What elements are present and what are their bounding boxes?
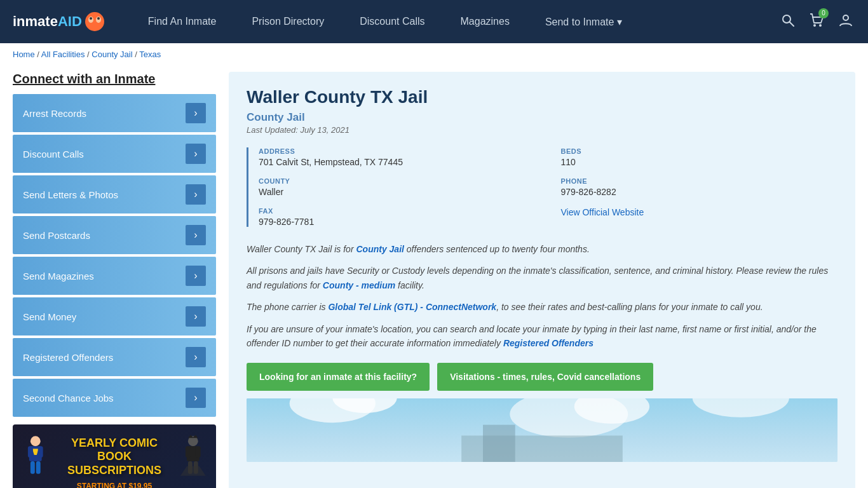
address-block: ADDRESS 701 Calvit St, Hempstead, TX 774… xyxy=(259,147,536,167)
phone-value: 979-826-8282 xyxy=(561,187,838,197)
breadcrumb: Home / All Facilities / County Jail / Te… xyxy=(0,43,868,65)
phone-label: PHONE xyxy=(561,177,838,185)
svg-rect-16 xyxy=(36,461,41,474)
nav-send-to-inmate[interactable]: Send to Inmate ▾ xyxy=(527,0,640,43)
sidebar-item-discount-calls[interactable]: Discount Calls › xyxy=(13,135,216,173)
logo-text: inmateAID xyxy=(13,13,82,30)
svg-rect-13 xyxy=(28,446,33,458)
facility-updated: Last Updated: July 13, 2021 xyxy=(247,125,837,135)
svg-point-10 xyxy=(31,436,41,446)
arrow-icon: › xyxy=(186,388,206,408)
nav-find-inmate[interactable]: Find An Inmate xyxy=(130,0,234,43)
sidebar: Connect with an Inmate Arrest Records › … xyxy=(13,72,216,488)
desc2: All prisons and jails have Security or C… xyxy=(247,264,837,292)
sidebar-title: Connect with an Inmate xyxy=(13,72,216,86)
official-website-link[interactable]: View Official Website xyxy=(561,207,644,217)
arrow-icon: › xyxy=(186,225,206,245)
sidebar-item-registered-offenders[interactable]: Registered Offenders › xyxy=(13,338,216,376)
arrow-icon: › xyxy=(186,306,206,327)
svg-point-3 xyxy=(90,17,92,20)
ad-banner[interactable]: YEARLY COMIC BOOK SUBSCRIPTIONS STARTING… xyxy=(13,424,216,488)
arrow-icon: › xyxy=(186,144,206,164)
desc1: Waller County TX Jail is for County Jail… xyxy=(247,242,837,256)
main-container: Connect with an Inmate Arrest Records › … xyxy=(0,65,868,488)
facility-title: Waller County TX Jail xyxy=(247,87,837,107)
user-icon[interactable] xyxy=(836,11,855,33)
website-block: View Official Website xyxy=(561,207,838,227)
nav-icons: 0 xyxy=(779,11,855,33)
ad-title-line2: SUBSCRIPTIONS xyxy=(53,464,176,478)
beds-value: 110 xyxy=(561,157,838,167)
beds-label: BEDS xyxy=(561,147,838,155)
svg-point-4 xyxy=(97,17,100,20)
svg-rect-20 xyxy=(186,446,191,458)
sidebar-item-label: Send Postcards xyxy=(23,230,90,241)
facility-type: County Jail xyxy=(247,111,837,124)
navbar: inmateAID Find An Inmate Prison Director… xyxy=(0,0,868,43)
action-buttons: Looking for an inmate at this facility? … xyxy=(247,363,837,391)
sidebar-item-label: Discount Calls xyxy=(23,149,84,159)
find-inmate-button[interactable]: Looking for an inmate at this facility? xyxy=(247,363,430,391)
logo[interactable]: inmateAID xyxy=(13,11,105,32)
sidebar-item-send-magazines[interactable]: Send Magazines › xyxy=(13,257,216,295)
address-value: 701 Calvit St, Hempstead, TX 77445 xyxy=(259,157,536,167)
svg-line-6 xyxy=(790,22,794,26)
county-label: COUNTY xyxy=(259,177,536,185)
sidebar-item-label: Send Letters & Photos xyxy=(23,189,118,200)
sidebar-item-label: Send Magazines xyxy=(23,271,94,281)
visitations-button[interactable]: Visitations - times, rules, Covid cancel… xyxy=(437,363,653,391)
nav-magazines[interactable]: Magazines xyxy=(443,0,527,43)
svg-rect-33 xyxy=(483,425,515,462)
ad-price: STARTING AT $19.95 xyxy=(77,482,152,488)
breadcrumb-state[interactable]: Texas xyxy=(139,50,161,59)
cart-icon[interactable]: 0 xyxy=(807,11,826,33)
facility-content: Waller County TX Jail County Jail Last U… xyxy=(229,72,855,488)
desc3: The phone carrier is Global Tel Link (GT… xyxy=(247,300,837,314)
sidebar-menu: Arrest Records › Discount Calls › Send L… xyxy=(13,94,216,417)
svg-point-9 xyxy=(843,15,848,20)
address-label: ADDRESS xyxy=(259,147,536,155)
fax-block: FAX 979-826-7781 xyxy=(259,207,536,227)
sidebar-item-label: Registered Offenders xyxy=(23,352,113,363)
arrow-icon: › xyxy=(186,266,206,286)
sidebar-item-label: Arrest Records xyxy=(23,108,86,119)
ad-title-line1: YEARLY COMIC BOOK xyxy=(53,437,176,464)
county-value: Waller xyxy=(259,187,536,197)
sidebar-item-send-postcards[interactable]: Send Postcards › xyxy=(13,216,216,254)
breadcrumb-home[interactable]: Home xyxy=(13,50,35,59)
breadcrumb-all-facilities[interactable]: All Facilities xyxy=(41,50,85,59)
nav-menu: Find An Inmate Prison Directory Discount… xyxy=(130,0,779,43)
desc4: If you are unsure of your inmate's locat… xyxy=(247,322,837,351)
arrow-icon: › xyxy=(186,103,206,123)
svg-rect-14 xyxy=(38,446,43,458)
search-icon[interactable] xyxy=(779,11,797,32)
gtl-link[interactable]: Global Tel Link (GTL) - ConnectNetwork xyxy=(328,302,496,312)
beds-block: BEDS 110 xyxy=(561,147,838,167)
sidebar-item-second-chance-jobs[interactable]: Second Chance Jobs › xyxy=(13,379,216,417)
breadcrumb-county-jail[interactable]: County Jail xyxy=(92,50,132,59)
facility-image xyxy=(247,398,837,462)
sidebar-item-send-money[interactable]: Send Money › xyxy=(13,297,216,336)
sidebar-item-arrest-records[interactable]: Arrest Records › xyxy=(13,94,216,132)
sidebar-item-label: Send Money xyxy=(23,311,76,322)
arrow-icon: › xyxy=(186,347,206,367)
nav-prison-directory[interactable]: Prison Directory xyxy=(234,0,342,43)
registered-offenders-link[interactable]: Registered Offenders xyxy=(503,338,593,348)
county-medium-link[interactable]: County - medium xyxy=(323,280,395,290)
svg-point-0 xyxy=(85,12,104,31)
svg-point-8 xyxy=(819,24,822,27)
cart-badge: 0 xyxy=(818,8,829,18)
arrow-icon: › xyxy=(186,184,206,205)
fax-value: 979-826-7781 xyxy=(259,217,536,227)
phone-block: PHONE 979-826-8282 xyxy=(561,177,838,197)
svg-marker-24 xyxy=(180,466,206,476)
nav-discount-calls[interactable]: Discount Calls xyxy=(342,0,442,43)
svg-point-5 xyxy=(783,15,790,23)
svg-rect-21 xyxy=(196,446,201,458)
sidebar-item-send-letters[interactable]: Send Letters & Photos › xyxy=(13,175,216,214)
facility-info-grid: ADDRESS 701 Calvit St, Hempstead, TX 774… xyxy=(247,147,837,227)
svg-rect-15 xyxy=(31,461,35,474)
county-jail-link[interactable]: County Jail xyxy=(356,244,403,254)
svg-point-7 xyxy=(813,24,816,27)
fax-label: FAX xyxy=(259,207,536,215)
